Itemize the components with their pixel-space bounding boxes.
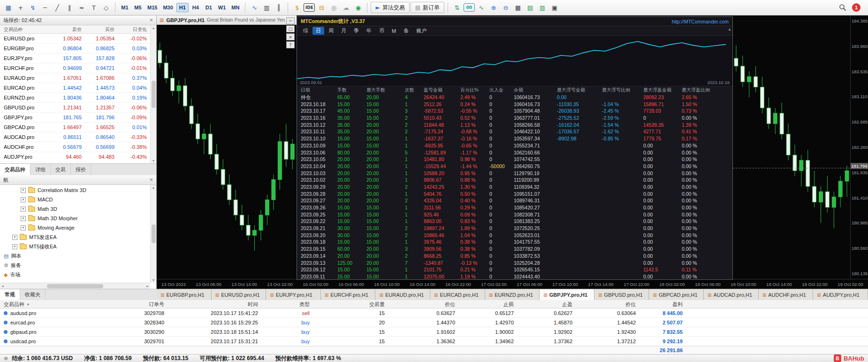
dollar-icon[interactable]: $: [291, 2, 303, 13]
mtc-menu-M[interactable]: M: [388, 28, 399, 34]
expand-icon[interactable]: +: [21, 216, 26, 221]
notification-badge[interactable]: 1: [852, 3, 860, 12]
zoom-out-icon[interactable]: ⊖: [500, 2, 511, 13]
mtc-menu-账户[interactable]: 账户: [413, 27, 430, 35]
timeframe-m15[interactable]: M15: [145, 3, 160, 12]
chart-tab-EURAUD.pro,H1[interactable]: ▥EURAUD.pro,H1: [375, 289, 430, 300]
tab-报价[interactable]: 报价: [71, 164, 91, 175]
expand-icon[interactable]: +: [21, 225, 26, 231]
timeframe-mn[interactable]: MN: [229, 3, 242, 12]
toolbox-column-header[interactable]: 止盈: [518, 300, 577, 308]
chart-tab-EURNZD.pro,H1[interactable]: ▥EURNZD.pro,H1: [485, 289, 540, 300]
bar-chart-icon[interactable]: ║: [273, 2, 284, 13]
scroll-down-icon[interactable]: ▼: [152, 278, 155, 282]
navigator-scrollbar[interactable]: ▲▼: [150, 185, 156, 283]
tab-交易品种[interactable]: 交易品种: [0, 164, 30, 175]
chart-tab-EURJPY.pro,H1[interactable]: ▥EURJPY.pro,H1: [266, 289, 321, 300]
navigator-item[interactable]: +MT5发送EA: [0, 232, 150, 242]
new-chart-icon[interactable]: ▦: [3, 2, 14, 13]
trade-row[interactable]: usdcad.pro30297012023.10.17 15:31:21buy1…: [0, 337, 868, 346]
market-watch-row[interactable]: EURAUD.pro1.670511.670860.37%: [0, 73, 156, 83]
timeframe-d1[interactable]: D1: [203, 3, 215, 12]
candlestick-chart-icon[interactable]: ▥: [261, 2, 272, 13]
chart-tab-EURUSD.pro,H1[interactable]: ▥EURUSD.pro,H1: [212, 289, 266, 300]
market-watch-row[interactable]: AUDJPY.pro94.46094.483-0.43%: [0, 152, 156, 162]
grid-icon[interactable]: ▦: [512, 2, 524, 13]
close-icon[interactable]: ×: [150, 177, 153, 183]
scroll-up-icon[interactable]: ▲: [728, 27, 731, 31]
camera-icon[interactable]: ▣: [549, 2, 560, 13]
chart-tab-GBPCAD.pro,H1[interactable]: ▥GBPCAD.pro,H1: [649, 289, 704, 300]
scroll-down-icon[interactable]: ▼: [152, 159, 155, 162]
toolbox-column-header[interactable]: 盈利: [640, 300, 687, 308]
mw-column-header[interactable]: 日变化: [118, 25, 151, 33]
chart-tab-GBPJPY.pro,H1[interactable]: ▥GBPJPY.pro,H1: [540, 289, 594, 300]
toolbox-column-header[interactable]: 价位: [577, 300, 640, 308]
chart-tab-AUDCAD.pro,H1[interactable]: ▥AUDCAD.pro,H1: [704, 289, 759, 300]
mtc-menu-周[interactable]: 周: [325, 27, 337, 35]
cloud-icon[interactable]: ☁: [340, 2, 351, 13]
help-button[interactable]: ?: [286, 41, 295, 48]
mtcommander-url[interactable]: http://MTCommander.com: [672, 19, 729, 24]
chart-tab-AUDCHF.pro,H1[interactable]: ▥AUDCHF.pro,H1: [759, 289, 814, 300]
cursor-icon[interactable]: ↯: [27, 2, 38, 13]
navigator-item[interactable]: +MT5接收EA: [0, 242, 150, 251]
navigator-item[interactable]: ◆市场: [0, 270, 150, 279]
text-icon[interactable]: T: [88, 2, 99, 13]
tab-详细[interactable]: 详细: [30, 164, 51, 175]
toolbox-column-header[interactable]: 类型: [263, 300, 314, 308]
market-depth-icon[interactable]: 00: [464, 3, 475, 12]
tab-常规[interactable]: 常规: [0, 289, 20, 300]
toolbox-column-header[interactable]: 价位: [389, 300, 460, 308]
chart-tab-EURGBP.pro,H1[interactable]: ▥EURGBP.pro,H1: [157, 289, 212, 300]
market-watch-row[interactable]: GBPJPY.pro181.765181.796-0.09%: [0, 113, 156, 123]
price-axis[interactable]: 181.796 184.385183.960183.535183.110182.…: [850, 15, 868, 279]
navigator-item[interactable]: ▤脚本: [0, 251, 150, 261]
chart-close-button[interactable]: ×: [286, 33, 295, 40]
market-watch-row[interactable]: EURNZD.pro1.804361.804640.19%: [0, 93, 156, 103]
algo-trading-button[interactable]: ►算法交易: [371, 2, 409, 13]
search-icon[interactable]: [839, 4, 846, 11]
candlestick-pane-left[interactable]: [157, 25, 296, 278]
tick-chart-icon[interactable]: ∿: [476, 2, 487, 13]
scroll-left-icon[interactable]: ◄: [1, 285, 4, 288]
expand-icon[interactable]: +: [21, 197, 26, 202]
market-watch-row[interactable]: EURCAD.pro1.445421.445730.04%: [0, 83, 156, 93]
timeframe-m1[interactable]: M1: [119, 3, 131, 12]
expand-icon[interactable]: +: [21, 207, 26, 212]
timeframe-h1[interactable]: H1: [176, 3, 189, 12]
bahub-logo[interactable]: B BAHub: [834, 354, 864, 362]
chart-tab-EURCAD.pro,H1[interactable]: ▥EURCAD.pro,H1: [430, 289, 485, 300]
timeframe-m5[interactable]: M5: [132, 3, 144, 12]
mtc-menu-币[interactable]: 币: [376, 27, 388, 35]
tab-收藏夹[interactable]: 收藏夹: [20, 289, 46, 300]
toolbox-column-header[interactable]: 交易品种▲: [0, 300, 89, 308]
navigator-item[interactable]: +Moving Average: [0, 223, 150, 232]
scroll-right-icon[interactable]: ►: [146, 285, 149, 288]
ipo-icon[interactable]: ◎: [328, 2, 339, 13]
market-watch-row[interactable]: AUDCAD.pro0.865110.86540-0.33%: [0, 132, 156, 142]
trade-row[interactable]: audusd.pro30297082023.10.17 15:41:22sell…: [0, 308, 868, 318]
shapes-icon[interactable]: ◇: [100, 2, 112, 13]
data-window-icon[interactable]: ▤: [525, 2, 536, 13]
lock-icon[interactable]: ⊟: [316, 2, 327, 13]
scroll-up-icon[interactable]: ▲: [152, 186, 155, 189]
navigator-hscrollbar[interactable]: ◄►: [0, 283, 150, 289]
chart-tab-AUDJPY.pro,H1[interactable]: ▥AUDJPY.pro,H1: [813, 289, 868, 300]
chart-minimize-button[interactable]: ─: [286, 17, 295, 24]
market-watch-row[interactable]: GBPCAD.pro1.664971.665250.01%: [0, 123, 156, 132]
market-watch-row[interactable]: AUDCHF.pro0.566790.56699-0.38%: [0, 142, 156, 152]
timeframe-w1[interactable]: W1: [216, 3, 228, 12]
new-order-button[interactable]: ▤新订单: [411, 2, 444, 13]
mtc-menu-备[interactable]: 备: [400, 27, 412, 35]
mw-column-header[interactable]: 卖价: [53, 25, 85, 33]
expand-icon[interactable]: +: [12, 235, 17, 240]
navigator-item[interactable]: ⚙服务: [0, 261, 150, 270]
toolbox-column-header[interactable]: 止损: [460, 300, 518, 308]
navigator-item[interactable]: +MACD: [0, 195, 150, 204]
scrollbar-thumb[interactable]: [47, 284, 103, 288]
mtc-menu-综[interactable]: 综: [300, 27, 312, 35]
market-watch-row[interactable]: EURCHF.pro0.946990.94721-0.01%: [0, 63, 156, 73]
chart-restore-button[interactable]: □: [286, 25, 295, 32]
navigator-item[interactable]: +Correlation Matrix 3D: [0, 185, 150, 195]
